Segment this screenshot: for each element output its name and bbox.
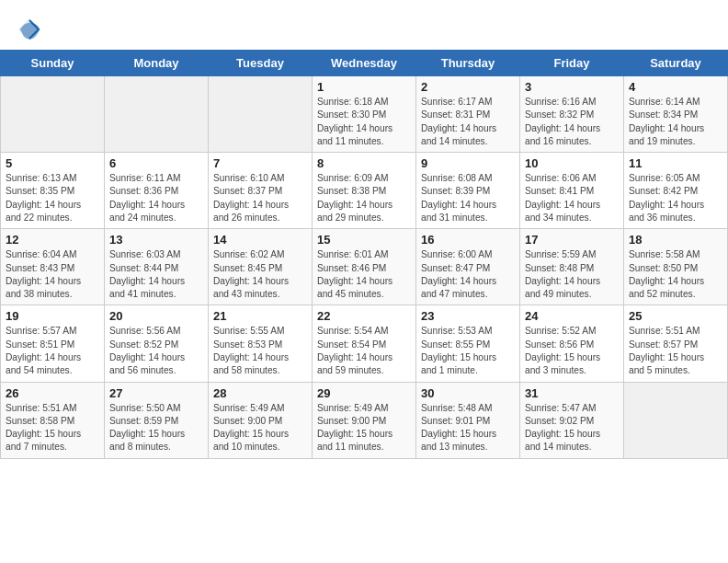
day-number: 30: [421, 386, 515, 400]
day-info: Sunrise: 6:03 AM Sunset: 8:44 PM Dayligh…: [109, 248, 203, 301]
calendar-cell: 11Sunrise: 6:05 AM Sunset: 8:42 PM Dayli…: [624, 153, 728, 229]
day-info: Sunrise: 5:52 AM Sunset: 8:56 PM Dayligh…: [525, 325, 619, 377]
day-info: Sunrise: 6:05 AM Sunset: 8:42 PM Dayligh…: [629, 172, 722, 224]
day-number: 18: [629, 233, 722, 247]
day-number: 25: [629, 309, 722, 323]
day-number: 1: [317, 80, 411, 94]
calendar-cell: 23Sunrise: 5:53 AM Sunset: 8:55 PM Dayli…: [416, 305, 520, 382]
calendar-cell: 8Sunrise: 6:09 AM Sunset: 8:38 PM Daylig…: [313, 153, 416, 229]
day-info: Sunrise: 5:58 AM Sunset: 8:50 PM Dayligh…: [629, 248, 722, 301]
day-number: 23: [421, 309, 515, 323]
day-number: 6: [109, 156, 203, 170]
calendar-cell: [624, 382, 728, 458]
day-info: Sunrise: 6:02 AM Sunset: 8:45 PM Dayligh…: [213, 248, 307, 301]
calendar-cell: 6Sunrise: 6:11 AM Sunset: 8:36 PM Daylig…: [105, 153, 209, 229]
weekday-header-friday: Friday: [520, 51, 624, 76]
day-info: Sunrise: 5:51 AM Sunset: 8:58 PM Dayligh…: [6, 402, 99, 454]
day-info: Sunrise: 6:17 AM Sunset: 8:31 PM Dayligh…: [421, 96, 515, 148]
calendar-cell: 17Sunrise: 5:59 AM Sunset: 8:48 PM Dayli…: [520, 229, 624, 305]
day-number: 14: [213, 233, 307, 247]
calendar-cell: 10Sunrise: 6:06 AM Sunset: 8:41 PM Dayli…: [520, 153, 624, 229]
calendar-cell: 21Sunrise: 5:55 AM Sunset: 8:53 PM Dayli…: [209, 305, 313, 382]
day-number: 28: [213, 386, 307, 400]
calendar-cell: 28Sunrise: 5:49 AM Sunset: 9:00 PM Dayli…: [209, 382, 313, 458]
calendar-cell: 9Sunrise: 6:08 AM Sunset: 8:39 PM Daylig…: [416, 153, 520, 229]
day-info: Sunrise: 6:11 AM Sunset: 8:36 PM Dayligh…: [109, 172, 203, 224]
day-number: 31: [525, 386, 619, 400]
day-info: Sunrise: 5:59 AM Sunset: 8:48 PM Dayligh…: [525, 248, 619, 301]
day-number: 12: [6, 233, 99, 247]
day-info: Sunrise: 6:13 AM Sunset: 8:35 PM Dayligh…: [6, 172, 99, 224]
day-number: 26: [6, 386, 99, 400]
day-info: Sunrise: 6:10 AM Sunset: 8:37 PM Dayligh…: [213, 172, 307, 224]
day-number: 3: [525, 80, 619, 94]
calendar-week-row: 12Sunrise: 6:04 AM Sunset: 8:43 PM Dayli…: [1, 229, 728, 305]
day-info: Sunrise: 5:49 AM Sunset: 9:00 PM Dayligh…: [213, 402, 307, 454]
day-number: 8: [317, 156, 411, 170]
day-number: 20: [109, 309, 203, 323]
day-info: Sunrise: 5:54 AM Sunset: 8:54 PM Dayligh…: [317, 325, 411, 377]
day-info: Sunrise: 5:51 AM Sunset: 8:57 PM Dayligh…: [629, 325, 722, 377]
calendar-cell: 19Sunrise: 5:57 AM Sunset: 8:51 PM Dayli…: [1, 305, 105, 382]
day-number: 19: [6, 309, 99, 323]
calendar-cell: 15Sunrise: 6:01 AM Sunset: 8:46 PM Dayli…: [313, 229, 416, 305]
weekday-header-thursday: Thursday: [416, 51, 520, 76]
calendar-cell: 22Sunrise: 5:54 AM Sunset: 8:54 PM Dayli…: [313, 305, 416, 382]
calendar-cell: [209, 76, 313, 153]
day-number: 16: [421, 233, 515, 247]
day-info: Sunrise: 6:08 AM Sunset: 8:39 PM Dayligh…: [421, 172, 515, 224]
calendar-cell: 4Sunrise: 6:14 AM Sunset: 8:34 PM Daylig…: [624, 76, 728, 153]
day-number: 5: [6, 156, 99, 170]
calendar-cell: 7Sunrise: 6:10 AM Sunset: 8:37 PM Daylig…: [209, 153, 313, 229]
page-header: [0, 0, 728, 50]
calendar-table: SundayMondayTuesdayWednesdayThursdayFrid…: [0, 50, 728, 459]
calendar-cell: 27Sunrise: 5:50 AM Sunset: 8:59 PM Dayli…: [105, 382, 209, 458]
calendar-cell: 2Sunrise: 6:17 AM Sunset: 8:31 PM Daylig…: [416, 76, 520, 153]
logo: [17, 17, 46, 42]
day-info: Sunrise: 6:18 AM Sunset: 8:30 PM Dayligh…: [317, 96, 411, 148]
calendar-cell: 18Sunrise: 5:58 AM Sunset: 8:50 PM Dayli…: [624, 229, 728, 305]
day-number: 17: [525, 233, 619, 247]
day-number: 24: [525, 309, 619, 323]
day-info: Sunrise: 5:47 AM Sunset: 9:02 PM Dayligh…: [525, 402, 619, 454]
calendar-cell: 3Sunrise: 6:16 AM Sunset: 8:32 PM Daylig…: [520, 76, 624, 153]
calendar-week-row: 26Sunrise: 5:51 AM Sunset: 8:58 PM Dayli…: [1, 382, 728, 458]
day-number: 21: [213, 309, 307, 323]
calendar-cell: [1, 76, 105, 153]
calendar-cell: 26Sunrise: 5:51 AM Sunset: 8:58 PM Dayli…: [1, 382, 105, 458]
day-number: 2: [421, 80, 515, 94]
day-info: Sunrise: 5:48 AM Sunset: 9:01 PM Dayligh…: [421, 402, 515, 454]
day-number: 4: [629, 80, 722, 94]
calendar-cell: 31Sunrise: 5:47 AM Sunset: 9:02 PM Dayli…: [520, 382, 624, 458]
calendar-week-row: 5Sunrise: 6:13 AM Sunset: 8:35 PM Daylig…: [1, 153, 728, 229]
calendar-cell: 20Sunrise: 5:56 AM Sunset: 8:52 PM Dayli…: [105, 305, 209, 382]
day-info: Sunrise: 5:57 AM Sunset: 8:51 PM Dayligh…: [6, 325, 99, 377]
day-number: 29: [317, 386, 411, 400]
calendar-week-row: 1Sunrise: 6:18 AM Sunset: 8:30 PM Daylig…: [1, 76, 728, 153]
calendar-cell: 30Sunrise: 5:48 AM Sunset: 9:01 PM Dayli…: [416, 382, 520, 458]
day-number: 22: [317, 309, 411, 323]
day-number: 15: [317, 233, 411, 247]
day-info: Sunrise: 5:49 AM Sunset: 9:00 PM Dayligh…: [317, 402, 411, 454]
weekday-header-saturday: Saturday: [624, 51, 728, 76]
day-number: 7: [213, 156, 307, 170]
calendar-cell: 1Sunrise: 6:18 AM Sunset: 8:30 PM Daylig…: [313, 76, 416, 153]
day-info: Sunrise: 6:01 AM Sunset: 8:46 PM Dayligh…: [317, 248, 411, 301]
day-number: 13: [109, 233, 203, 247]
day-info: Sunrise: 5:53 AM Sunset: 8:55 PM Dayligh…: [421, 325, 515, 377]
day-info: Sunrise: 6:16 AM Sunset: 8:32 PM Dayligh…: [525, 96, 619, 148]
day-info: Sunrise: 6:04 AM Sunset: 8:43 PM Dayligh…: [6, 248, 99, 301]
weekday-header-tuesday: Tuesday: [209, 51, 313, 76]
calendar-cell: 25Sunrise: 5:51 AM Sunset: 8:57 PM Dayli…: [624, 305, 728, 382]
day-number: 11: [629, 156, 722, 170]
day-info: Sunrise: 6:09 AM Sunset: 8:38 PM Dayligh…: [317, 172, 411, 224]
weekday-header-monday: Monday: [105, 51, 209, 76]
calendar-cell: 5Sunrise: 6:13 AM Sunset: 8:35 PM Daylig…: [1, 153, 105, 229]
weekday-header-sunday: Sunday: [1, 51, 105, 76]
calendar-cell: 29Sunrise: 5:49 AM Sunset: 9:00 PM Dayli…: [313, 382, 416, 458]
weekday-header-row: SundayMondayTuesdayWednesdayThursdayFrid…: [1, 51, 728, 76]
logo-icon: [17, 17, 42, 42]
calendar-cell: 14Sunrise: 6:02 AM Sunset: 8:45 PM Dayli…: [209, 229, 313, 305]
calendar-cell: 16Sunrise: 6:00 AM Sunset: 8:47 PM Dayli…: [416, 229, 520, 305]
day-info: Sunrise: 6:00 AM Sunset: 8:47 PM Dayligh…: [421, 248, 515, 301]
